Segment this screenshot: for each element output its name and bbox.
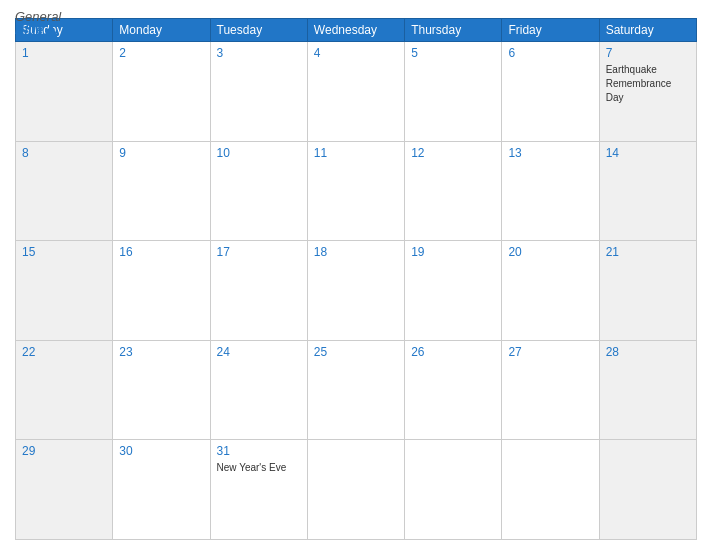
day-number: 25: [314, 345, 398, 359]
day-number: 14: [606, 146, 690, 160]
event-text: New Year's Eve: [217, 462, 287, 473]
calendar-day-cell: 20: [502, 241, 599, 341]
day-number: 21: [606, 245, 690, 259]
calendar-day-cell: 6: [502, 42, 599, 142]
day-number: 7: [606, 46, 690, 60]
calendar-day-cell: 27: [502, 340, 599, 440]
calendar-day-cell: 21: [599, 241, 696, 341]
day-number: 2: [119, 46, 203, 60]
day-number: 9: [119, 146, 203, 160]
calendar-day-cell: 10: [210, 141, 307, 241]
calendar-week-row: 891011121314: [16, 141, 697, 241]
calendar-day-cell: [307, 440, 404, 540]
day-number: 17: [217, 245, 301, 259]
calendar-day-cell: 11: [307, 141, 404, 241]
calendar-day-cell: 28: [599, 340, 696, 440]
calendar-table: SundayMondayTuesdayWednesdayThursdayFrid…: [15, 18, 697, 540]
calendar-day-cell: 7Earthquake Remembrance Day: [599, 42, 696, 142]
weekday-header-row: SundayMondayTuesdayWednesdayThursdayFrid…: [16, 19, 697, 42]
calendar-day-cell: [599, 440, 696, 540]
day-number: 19: [411, 245, 495, 259]
day-number: 29: [22, 444, 106, 458]
weekday-header-friday: Friday: [502, 19, 599, 42]
day-number: 12: [411, 146, 495, 160]
day-number: 23: [119, 345, 203, 359]
day-number: 13: [508, 146, 592, 160]
day-number: 1: [22, 46, 106, 60]
calendar-day-cell: 18: [307, 241, 404, 341]
calendar-day-cell: 23: [113, 340, 210, 440]
calendar-week-row: 1234567Earthquake Remembrance Day: [16, 42, 697, 142]
day-number: 20: [508, 245, 592, 259]
calendar-day-cell: 13: [502, 141, 599, 241]
calendar-day-cell: 17: [210, 241, 307, 341]
logo: General Blue: [15, 10, 61, 36]
calendar-day-cell: 16: [113, 241, 210, 341]
weekday-header-saturday: Saturday: [599, 19, 696, 42]
day-number: 30: [119, 444, 203, 458]
weekday-header-thursday: Thursday: [405, 19, 502, 42]
calendar-day-cell: 3: [210, 42, 307, 142]
calendar-day-cell: 31New Year's Eve: [210, 440, 307, 540]
day-number: 4: [314, 46, 398, 60]
day-number: 8: [22, 146, 106, 160]
calendar-week-row: 293031New Year's Eve: [16, 440, 697, 540]
calendar-day-cell: 8: [16, 141, 113, 241]
calendar-day-cell: 4: [307, 42, 404, 142]
logo-triangle-icon: [45, 24, 57, 34]
day-number: 3: [217, 46, 301, 60]
day-number: 27: [508, 345, 592, 359]
day-number: 24: [217, 345, 301, 359]
day-number: 31: [217, 444, 301, 458]
calendar-day-cell: 30: [113, 440, 210, 540]
calendar-day-cell: 19: [405, 241, 502, 341]
day-number: 10: [217, 146, 301, 160]
calendar-day-cell: 12: [405, 141, 502, 241]
day-number: 28: [606, 345, 690, 359]
day-number: 16: [119, 245, 203, 259]
weekday-header-monday: Monday: [113, 19, 210, 42]
calendar-day-cell: [405, 440, 502, 540]
event-text: Earthquake Remembrance Day: [606, 64, 672, 103]
calendar-day-cell: 26: [405, 340, 502, 440]
calendar-day-cell: 14: [599, 141, 696, 241]
day-number: 6: [508, 46, 592, 60]
calendar-week-row: 22232425262728: [16, 340, 697, 440]
calendar-day-cell: [502, 440, 599, 540]
calendar-day-cell: 25: [307, 340, 404, 440]
calendar-day-cell: 22: [16, 340, 113, 440]
weekday-header-wednesday: Wednesday: [307, 19, 404, 42]
calendar-day-cell: 1: [16, 42, 113, 142]
calendar-day-cell: 2: [113, 42, 210, 142]
day-number: 18: [314, 245, 398, 259]
calendar-day-cell: 24: [210, 340, 307, 440]
logo-blue-text: Blue: [15, 23, 61, 36]
calendar-week-row: 15161718192021: [16, 241, 697, 341]
calendar-day-cell: 5: [405, 42, 502, 142]
day-number: 22: [22, 345, 106, 359]
calendar-wrapper: General Blue SundayMondayTuesdayWednesda…: [0, 0, 712, 550]
day-number: 26: [411, 345, 495, 359]
day-number: 11: [314, 146, 398, 160]
day-number: 15: [22, 245, 106, 259]
weekday-header-tuesday: Tuesday: [210, 19, 307, 42]
calendar-day-cell: 9: [113, 141, 210, 241]
calendar-day-cell: 29: [16, 440, 113, 540]
day-number: 5: [411, 46, 495, 60]
calendar-day-cell: 15: [16, 241, 113, 341]
